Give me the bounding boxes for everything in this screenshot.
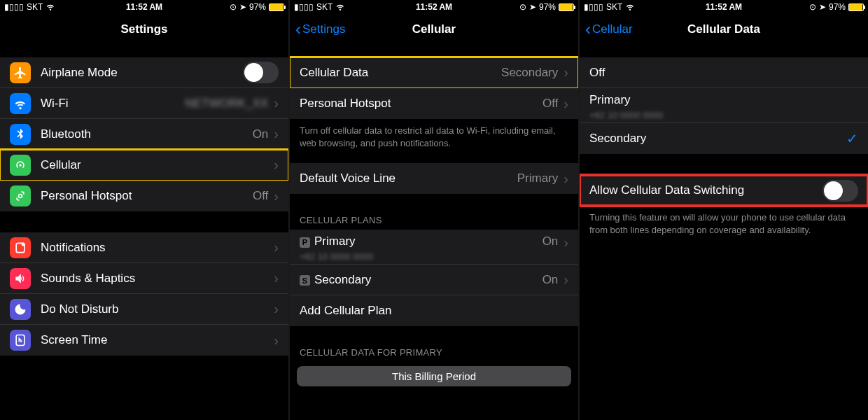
chevron-icon (274, 332, 279, 349)
notifications-row[interactable]: Notifications (0, 232, 288, 263)
page-title: Settings (120, 22, 167, 36)
chevron-icon (274, 301, 279, 317)
plan-primary-value: On (542, 234, 559, 248)
chevron-icon (564, 96, 568, 112)
option-secondary-label: Secondary (589, 132, 846, 146)
default-voice-value: Primary (517, 172, 559, 186)
plan-secondary-label: SSecondary (300, 273, 542, 287)
nav-bar: ‹ Cellular Cellular Data (580, 14, 868, 45)
default-voice-label: Default Voice Line (300, 172, 517, 186)
option-primary-number: +82 10 0000 0000 (589, 110, 663, 120)
cellular-icon (10, 155, 31, 176)
allow-switching-toggle[interactable] (822, 180, 858, 202)
cellular-data-screen: ▮▯▯▯ SKT 11:52 AM ⊙ ➤ 97% ‹ Cellular Cel… (580, 0, 868, 420)
add-plan-row[interactable]: Add Cellular Plan (290, 295, 578, 326)
nav-bar: Settings (0, 14, 288, 45)
wifi-status-icon (625, 1, 635, 13)
location-icon: ➤ (819, 2, 826, 12)
back-button[interactable]: ‹ Settings (295, 20, 345, 39)
check-icon: ✓ (846, 130, 858, 147)
allow-switching-label: Allow Cellular Data Switching (589, 183, 822, 197)
billing-label: This Billing Period (392, 370, 476, 382)
carrier: SKT (27, 2, 43, 12)
hotspot-row[interactable]: Personal Hotspot Off (0, 181, 288, 211)
option-off-label: Off (589, 66, 858, 80)
wifi-label: Wi-Fi (41, 97, 185, 111)
chevron-icon (564, 64, 568, 80)
time: 11:52 AM (706, 2, 742, 12)
plan-secondary-row[interactable]: SSecondary On (290, 265, 578, 295)
chevron-icon (274, 126, 279, 142)
plan-secondary-value: On (542, 273, 559, 287)
location-icon: ➤ (529, 2, 536, 12)
back-label: Settings (302, 22, 345, 36)
battery-pct: 97% (829, 2, 846, 12)
chevron-icon (274, 270, 279, 286)
screentime-row[interactable]: Screen Time (0, 325, 288, 356)
chevron-icon (564, 171, 568, 187)
cellular-data-row[interactable]: Cellular Data Secondary (290, 57, 578, 88)
cellular-data-value: Secondary (501, 66, 558, 80)
chevron-icon (274, 239, 279, 255)
battery-pct: 97% (539, 2, 556, 12)
hotspot-value: Off (542, 97, 558, 111)
chevron-left-icon: ‹ (585, 20, 591, 39)
bt-value: On (253, 127, 269, 141)
plans-header: CELLULAR PLANS (290, 215, 578, 230)
plan-primary-label: PPrimary (300, 234, 542, 248)
allow-switching-row[interactable]: Allow Cellular Data Switching (580, 175, 868, 206)
chevron-icon (274, 95, 279, 111)
chevron-left-icon: ‹ (295, 20, 301, 39)
signal-icon: ▮▯▯▯ (4, 2, 24, 12)
default-voice-row[interactable]: Default Voice Line Primary (290, 163, 578, 194)
screentime-icon (10, 330, 31, 351)
hotspot-label: Personal Hotspot (41, 189, 253, 203)
chevron-icon (564, 234, 568, 251)
cellular-data-label: Cellular Data (300, 66, 501, 80)
carrier: SKT (316, 2, 332, 12)
battery-pct: 97% (249, 2, 266, 12)
wifi-row[interactable]: Wi-Fi NETWORK_XX (0, 88, 288, 119)
chevron-icon (274, 188, 279, 204)
dnd-row[interactable]: Do Not Disturb (0, 294, 288, 325)
wifi-icon (10, 93, 31, 114)
wifi-status-icon (335, 1, 345, 13)
cellular-row[interactable]: Cellular (0, 150, 288, 181)
status-bar: ▮▯▯▯ SKT 11:52 AM ⊙ ➤ 97% (0, 0, 288, 14)
page-title: Cellular (412, 22, 456, 36)
option-primary-row[interactable]: Primary +82 10 0000 0000 (580, 88, 868, 123)
allow-switching-note: Turning this feature on will allow your … (580, 206, 868, 236)
signal-icon: ▮▯▯▯ (584, 2, 603, 12)
alarm-icon: ⊙ (519, 2, 526, 12)
bt-label: Bluetooth (41, 127, 253, 141)
notifications-label: Notifications (41, 241, 268, 255)
notifications-icon (10, 237, 31, 258)
data-primary-header: CELLULAR DATA FOR PRIMARY (290, 347, 578, 362)
time: 11:52 AM (126, 2, 162, 12)
sounds-row[interactable]: Sounds & Haptics (0, 263, 288, 294)
hotspot-icon (10, 186, 31, 206)
airplane-mode-row[interactable]: Airplane Mode (0, 57, 288, 88)
option-secondary-row[interactable]: Secondary ✓ (580, 123, 868, 154)
battery-icon (848, 4, 864, 11)
bluetooth-row[interactable]: Bluetooth On (0, 119, 288, 150)
sounds-label: Sounds & Haptics (41, 272, 268, 286)
status-bar: ▮▯▯▯ SKT 11:52 AM ⊙ ➤ 97% (290, 0, 578, 14)
chevron-icon (564, 272, 568, 288)
option-primary-label: Primary (589, 93, 858, 107)
back-button[interactable]: ‹ Cellular (585, 20, 633, 39)
hotspot-row[interactable]: Personal Hotspot Off (290, 88, 578, 119)
plan-primary-row[interactable]: PPrimary +82 10 0000 0000 On (290, 230, 578, 265)
screentime-label: Screen Time (41, 333, 268, 347)
time: 11:52 AM (416, 2, 452, 12)
battery-icon (269, 4, 284, 11)
hotspot-label: Personal Hotspot (300, 97, 542, 111)
location-icon: ➤ (239, 2, 246, 12)
airplane-icon (10, 62, 31, 83)
billing-segment[interactable]: This Billing Period (297, 366, 571, 386)
option-off-row[interactable]: Off (580, 57, 868, 88)
settings-screen: ▮▯▯▯ SKT 11:52 AM ⊙ ➤ 97% Settings Airpl… (0, 0, 288, 420)
alarm-icon: ⊙ (230, 2, 237, 12)
airplane-toggle[interactable] (243, 62, 279, 83)
wifi-value: NETWORK_XX (185, 97, 268, 111)
